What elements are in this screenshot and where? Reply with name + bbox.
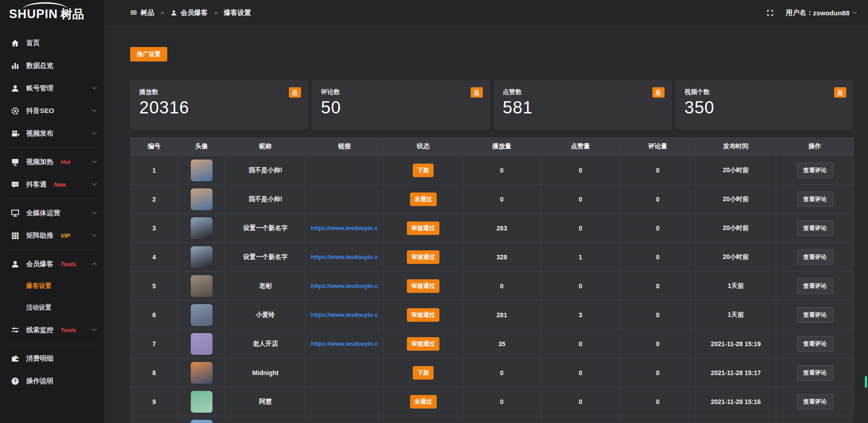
stat-value: 581 (503, 98, 663, 118)
sidebar-item-media-operation[interactable]: 全媒体运营 (0, 202, 104, 224)
likes-cell: 0 (541, 329, 620, 358)
status-badge[interactable]: 审核通过 (407, 221, 439, 235)
stat-card: 视频个数350总 (675, 80, 854, 130)
breadcrumb-item-shupin[interactable]: 树品 (141, 9, 154, 17)
profile-link[interactable]: https://www.iesdouyin.c (311, 311, 378, 318)
status-badge[interactable]: 审核通过 (407, 279, 439, 293)
sidebar-item-label: 抖音SEO (26, 107, 54, 115)
empty-cell (541, 416, 620, 423)
breadcrumb-item-current: 爆客设置 (224, 9, 251, 17)
avatar (191, 304, 212, 326)
view-comments-button[interactable]: 查看评论 (797, 192, 833, 207)
sidebar-item-video-publish[interactable]: 视频发布 (0, 122, 104, 145)
sidebar-nav: 首页数据总览账号管理抖音SEO视频发布视频加热Hot抖客通New全媒体运营矩阵助… (0, 28, 104, 392)
nickname-cell: 设置一个新名字 (226, 243, 306, 271)
publish-time-cell: 2021-11-28 15:16 (696, 387, 776, 416)
sidebar-item-clue-monitor[interactable]: 线索监控Tools (0, 319, 104, 341)
sidebar-item-label: 线索监控 (26, 326, 53, 334)
stat-value: 50 (321, 98, 481, 118)
sidebar-item-data-overview[interactable]: 数据总览 (0, 54, 104, 77)
avatar (191, 217, 212, 239)
status-badge[interactable]: 未通过 (410, 395, 437, 409)
grid-icon (11, 231, 19, 240)
profile-link[interactable]: https://www.iesdouyin.c (311, 340, 378, 347)
comments-cell: 0 (620, 185, 696, 213)
status-cell: 审核通过 (384, 329, 463, 358)
status-badge[interactable]: 审核通过 (407, 250, 439, 264)
likes-cell: 0 (541, 214, 620, 242)
chevron-down-icon (92, 181, 97, 185)
stat-card: 点赞数581总 (494, 80, 672, 130)
action-cell: 查看评论 (776, 243, 854, 271)
sidebar-item-member-baoke[interactable]: 会员爆客Tools (0, 253, 104, 275)
member-icon (11, 260, 19, 268)
link-cell: https://www.iesdouyin.c (306, 243, 384, 271)
sidebar-item-tag: VIP (61, 232, 70, 239)
sidebar-item-consume-detail[interactable]: 消费明细 (0, 347, 104, 370)
sidebar-item-tag: Hot (61, 159, 71, 165)
sidebar-item-label: 账号管理 (26, 84, 53, 93)
status-badge[interactable]: 审核通过 (407, 337, 439, 351)
sidebar-subitem-baoke-settings[interactable]: 爆客设置 (0, 275, 104, 297)
sidebar-item-tag: New (54, 181, 66, 188)
user-menu[interactable]: 用户名： zswodun88 (786, 9, 856, 17)
sidebar-divider (5, 344, 99, 344)
fullscreen-icon[interactable] (766, 9, 774, 17)
topbar-right: 用户名： zswodun88 (766, 9, 856, 17)
view-comments-button[interactable]: 查看评论 (797, 249, 833, 265)
publish-time-cell: 1天前 (696, 301, 776, 329)
stat-label: 点赞数 (503, 88, 663, 96)
app-icon (130, 9, 137, 16)
bar-chart-icon (11, 61, 19, 70)
profile-link[interactable]: https://www.iesdouyin.c (311, 225, 378, 231)
sidebar-item-home[interactable]: 首页 (0, 32, 104, 54)
plays-cell: 0 (463, 185, 541, 213)
action-cell: 查看评论 (776, 156, 854, 184)
breadcrumb: 树品 > 会员爆客 > 爆客设置 (130, 9, 251, 17)
profile-link[interactable]: https://www.iesdouyin.c (311, 254, 378, 260)
chevron-down-icon (92, 107, 97, 112)
status-badge[interactable]: 未通过 (410, 193, 437, 206)
link-cell: https://www.iesdouyin.c (306, 272, 384, 300)
table-header-cell: 评论量 (620, 137, 696, 155)
sidebar-item-douketong[interactable]: 抖客通New (0, 173, 104, 196)
avatar-cell (178, 185, 226, 213)
monitor-icon (11, 158, 19, 166)
comments-cell: 0 (620, 301, 696, 329)
sidebar-item-video-heat[interactable]: 视频加热Hot (0, 150, 104, 173)
view-comments-button[interactable]: 查看评论 (797, 278, 833, 294)
empty-cell (131, 416, 178, 423)
promotion-settings-button[interactable]: 推广设置 (130, 47, 167, 61)
view-comments-button[interactable]: 查看评论 (797, 307, 833, 323)
stat-total-badge: 总 (289, 87, 301, 98)
view-comments-button[interactable]: 查看评论 (797, 365, 833, 381)
comments-cell: 0 (620, 387, 696, 416)
sidebar-item-operation-guide[interactable]: ?操作说明 (0, 370, 104, 392)
home-icon (11, 39, 19, 47)
chevron-down-icon (92, 326, 97, 331)
likes-cell: 0 (541, 358, 620, 387)
plays-cell: 0 (463, 358, 541, 387)
status-badge[interactable]: 下架 (413, 164, 434, 177)
sidebar-item-account-management[interactable]: 账号管理 (0, 77, 104, 99)
nickname-cell: 我不是小帅! (226, 185, 306, 213)
table-header-cell: 发布时间 (696, 137, 776, 155)
sidebar-item-matrix-boost[interactable]: 矩阵助推VIP (0, 224, 104, 247)
wallet-icon (11, 354, 19, 363)
breadcrumb-item-member[interactable]: 会员爆客 (181, 9, 208, 17)
view-comments-button[interactable]: 查看评论 (797, 336, 833, 352)
view-comments-button[interactable]: 查看评论 (797, 221, 833, 236)
sidebar-item-douyin-seo[interactable]: 抖音SEO (0, 99, 104, 122)
sidebar-subitem-activity-settings[interactable]: 活动设置 (0, 297, 104, 319)
svg-text:?: ? (14, 378, 17, 384)
view-comments-button[interactable]: 查看评论 (797, 394, 833, 409)
scrollbar-thumb[interactable] (865, 376, 867, 388)
avatar-cell (178, 272, 226, 300)
view-comments-button[interactable]: 查看评论 (797, 163, 833, 178)
status-badge[interactable]: 下架 (413, 366, 434, 380)
likes-cell: 3 (541, 301, 620, 329)
user-icon (170, 9, 177, 16)
status-cell: 审核通过 (384, 272, 463, 300)
status-badge[interactable]: 审核通过 (407, 308, 439, 322)
profile-link[interactable]: https://www.iesdouyin.c (311, 282, 378, 289)
